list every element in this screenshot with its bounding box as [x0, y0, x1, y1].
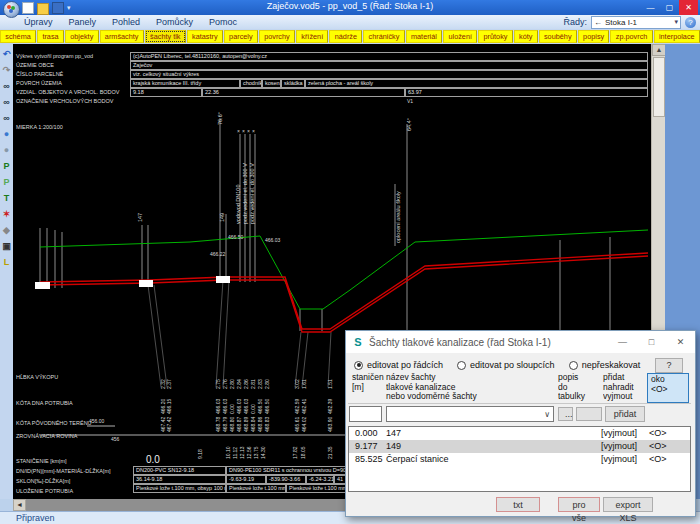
edit-mode-radio[interactable]: nepřeskakovat: [569, 360, 641, 370]
settings-gear-icon[interactable]: ✶: [1, 207, 13, 223]
value-column: 3.02 462.59 465.61: [294, 44, 300, 499]
layers-l-icon[interactable]: L: [1, 255, 13, 271]
dialog-help-button[interactable]: ?: [655, 358, 683, 373]
table-t-icon[interactable]: T: [1, 191, 13, 207]
toolbar-button[interactable]: parcely: [224, 30, 258, 43]
toolbar-button[interactable]: popisy: [578, 30, 610, 43]
depth-value: 1.61: [301, 379, 307, 389]
menu-item[interactable]: Panely: [69, 17, 97, 27]
toolbar-button[interactable]: materiál: [406, 30, 443, 43]
canvas-row-label: SKLON[‰]-DĹŽKA[m]: [16, 478, 70, 484]
terrain-level-value: 468.84: [250, 417, 256, 432]
rady-combobox[interactable]: ← Stoka I-1 ▾: [591, 16, 681, 29]
canvas-row-label: HĹBKA VÝKOPU: [16, 374, 58, 380]
canvas-row-label: KÓTA PÔVODNÉHO TERÉNU: [16, 420, 92, 426]
edit-mode-radio[interactable]: editovat po sloupcích: [457, 360, 555, 370]
toolbar-button[interactable]: šachty tlk: [145, 30, 186, 43]
menu-item[interactable]: Pomoc: [209, 17, 237, 27]
title-block-cell: Zaječov: [130, 61, 648, 70]
undo-icon[interactable]: ↶: [1, 47, 13, 63]
row-eye-link[interactable]: <O>: [649, 453, 667, 466]
invert-level-value: 462.41: [301, 399, 307, 414]
scroll-up-icon[interactable]: ▲: [652, 44, 666, 56]
toolbar-button[interactable]: chráničky: [363, 30, 404, 43]
title-block-cell: viz. celkový situační výkres: [130, 70, 648, 79]
toolbar-button[interactable]: uložení: [443, 30, 477, 43]
toolbar-button[interactable]: katastry: [187, 30, 223, 43]
toolbar-button[interactable]: schéma: [0, 30, 36, 43]
toolbar-button[interactable]: objekty: [65, 30, 99, 43]
app-menu-orb[interactable]: [3, 1, 20, 18]
pan-icon[interactable]: ●: [1, 143, 13, 159]
view-detail-icon[interactable]: ∞: [1, 111, 13, 127]
station-chainage-value: 13.75: [253, 446, 259, 459]
profile-p2-icon[interactable]: P: [1, 175, 13, 191]
shaft-row[interactable]: 9.177 149 [vyjmout] <O>: [349, 440, 690, 453]
menu-item[interactable]: Pomůcky: [156, 17, 193, 27]
toolbar-button[interactable]: souběhy: [539, 30, 577, 43]
close-button[interactable]: ✕: [679, 0, 698, 15]
column-header-name: název šachty tlakové kanalizace nebo vod…: [386, 373, 554, 403]
pipe-table-cell: -9.63-9.19: [226, 475, 266, 484]
toolbar-button[interactable]: průtoky: [478, 30, 512, 43]
toolbar-button[interactable]: povrchy: [259, 30, 295, 43]
dialog-close-button[interactable]: ✕: [666, 331, 695, 353]
zoom-icon[interactable]: ●: [1, 127, 13, 143]
toolbar-button[interactable]: armšachty: [100, 30, 144, 43]
footer-button[interactable]: txt: [496, 497, 540, 512]
toolbar-button[interactable]: trasa: [37, 30, 64, 43]
row-remove-link[interactable]: [vyjmout]: [601, 440, 637, 453]
footer-button[interactable]: export XLS: [603, 497, 653, 512]
column-header-eye[interactable]: oko <O>: [647, 373, 689, 403]
rotated-annotation: oplocení areálu školy: [395, 191, 401, 243]
add-button[interactable]: přidat: [605, 406, 645, 422]
row-eye-link[interactable]: <O>: [649, 427, 667, 440]
vertical-scroll-thumb[interactable]: [653, 57, 665, 117]
dialog-minimize-button[interactable]: —: [608, 331, 637, 353]
radio-label: nepřeskakovat: [582, 360, 641, 370]
view-profile-icon[interactable]: ∞: [1, 79, 13, 95]
browse-button[interactable]: ...: [558, 407, 573, 421]
station-input[interactable]: [349, 406, 382, 422]
row-remove-link[interactable]: [vyjmout]: [601, 453, 637, 466]
radio-icon: [354, 361, 363, 370]
dialog-maximize-button[interactable]: □: [637, 331, 666, 353]
solid-cube-icon[interactable]: ◆: [1, 223, 13, 239]
row-name: 149: [386, 440, 401, 453]
value-column: 2.86 466.03 468.89: [243, 44, 249, 499]
toolbar-button[interactable]: nádrže: [329, 30, 362, 43]
minimize-button[interactable]: —: [641, 0, 660, 15]
annotation: 456: [111, 436, 119, 442]
station-chainage-value: 11.12: [232, 447, 238, 459]
redo-icon[interactable]: ↷: [1, 63, 13, 79]
manhole-marker: [35, 282, 50, 289]
menu-item[interactable]: Úpravy: [24, 17, 53, 27]
profile-p-icon[interactable]: P: [1, 159, 13, 175]
depth-value: 2.80: [264, 379, 270, 389]
window-controls: — ▢ ✕: [641, 0, 698, 15]
canvas-row-label: POVRCH ÚZEMIA: [16, 80, 62, 86]
maximize-button[interactable]: ▢: [660, 0, 679, 15]
section-icon[interactable]: ▣: [1, 239, 13, 255]
value-column: 2.80 0.00 468.80: [229, 44, 235, 499]
value-column: 2.76 466.03 468.79: [222, 44, 228, 499]
menu-item[interactable]: Pohled: [112, 17, 140, 27]
view-situation-icon[interactable]: ∞: [1, 95, 13, 111]
footer-button[interactable]: pro vše: [558, 497, 600, 512]
row-eye-link[interactable]: <O>: [649, 440, 667, 453]
shaft-row[interactable]: 0.000 147 [vyjmout] <O>: [349, 427, 690, 440]
row-remove-link[interactable]: [vyjmout]: [601, 427, 637, 440]
terrain-level-value: 468.87: [236, 417, 242, 432]
help-icon[interactable]: ?: [685, 17, 696, 28]
toolbar-button[interactable]: kóty: [514, 30, 538, 43]
scroll-left-icon[interactable]: ◄: [13, 499, 26, 511]
row-name: 147: [386, 427, 401, 440]
shaft-name-combobox[interactable]: ∨: [386, 406, 554, 422]
toolbar-button[interactable]: zp.povrch: [610, 30, 652, 43]
shaft-row[interactable]: 85.525 Čerpací stanice [vyjmout] <O>: [349, 453, 690, 466]
toolbar-button[interactable]: interpolace: [654, 30, 700, 43]
terrain-level-value: 464.02: [301, 417, 307, 432]
edit-mode-radio[interactable]: editovat po řádcích: [354, 360, 443, 370]
toolbar-button[interactable]: křížení: [296, 30, 328, 43]
blank-button[interactable]: [576, 407, 602, 421]
